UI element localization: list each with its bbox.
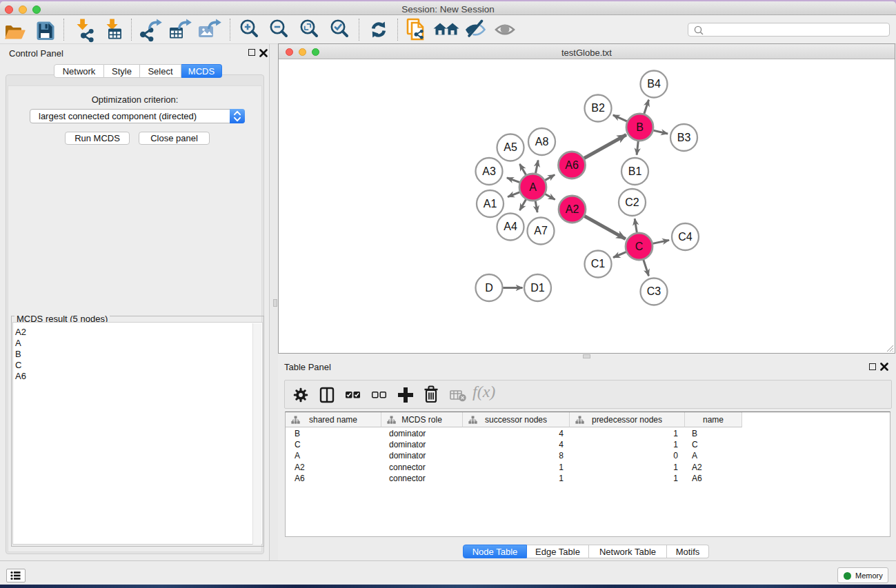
- svg-text:A3: A3: [482, 165, 496, 177]
- svg-text:C1: C1: [591, 258, 606, 270]
- svg-text:B3: B3: [677, 132, 691, 143]
- svg-text:C3: C3: [647, 285, 661, 297]
- svg-text:B: B: [636, 121, 644, 133]
- svg-text:A7: A7: [534, 225, 548, 236]
- svg-text:C4: C4: [678, 231, 693, 243]
- svg-text:A1: A1: [484, 198, 497, 210]
- svg-text:A: A: [529, 181, 537, 193]
- svg-text:C: C: [635, 241, 644, 252]
- svg-text:C2: C2: [625, 196, 639, 208]
- svg-text:B1: B1: [628, 165, 642, 177]
- svg-text:D1: D1: [530, 282, 545, 294]
- svg-text:A5: A5: [504, 141, 517, 153]
- svg-text:A4: A4: [504, 221, 517, 232]
- svg-text:A2: A2: [566, 203, 579, 215]
- svg-text:B4: B4: [647, 78, 661, 90]
- svg-text:A8: A8: [535, 136, 549, 148]
- svg-text:B2: B2: [591, 102, 605, 114]
- svg-text:D: D: [485, 282, 493, 294]
- svg-text:A6: A6: [565, 159, 579, 171]
